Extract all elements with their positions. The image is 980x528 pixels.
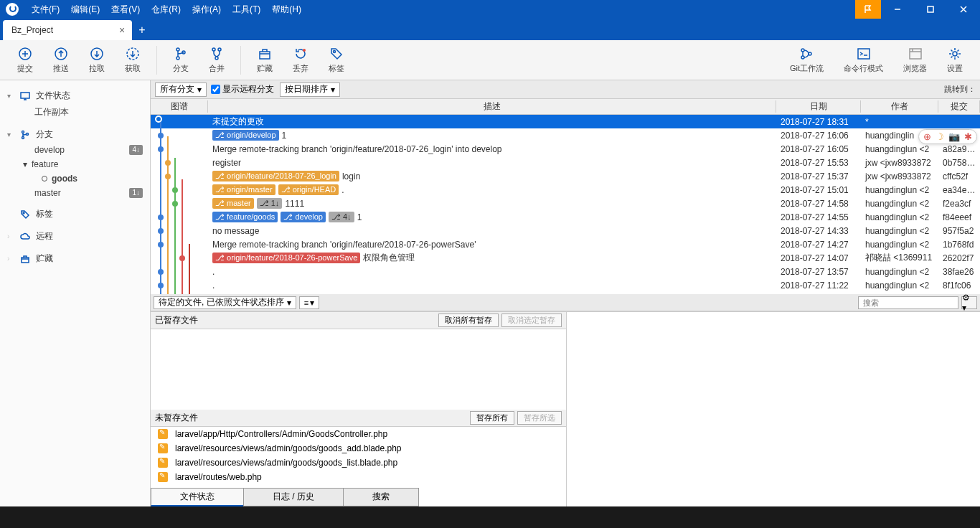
col-date[interactable]: 日期 <box>776 100 861 113</box>
pull-button[interactable]: 拉取 <box>79 43 115 77</box>
file-row[interactable]: laravel/routes/web.php <box>151 470 566 484</box>
staged-file-list[interactable] <box>151 329 566 410</box>
options-gear-button[interactable]: ⚙ ▾ <box>961 296 977 309</box>
branch-filter-dropdown[interactable]: 所有分支 ▾ <box>155 82 207 97</box>
stash-button[interactable]: 贮藏 <box>247 43 283 77</box>
sidebar-branch-feature[interactable]: ▾feature <box>0 157 150 171</box>
col-author[interactable]: 作者 <box>861 100 938 113</box>
commit-row[interactable]: .2018-07-27 13:57huangdinglun <238fae26 <box>151 265 980 278</box>
windows-taskbar[interactable] <box>0 506 980 528</box>
menu-item[interactable]: 查看(V) <box>105 4 146 14</box>
show-remote-checkbox[interactable]: 显示远程分支 <box>211 83 274 95</box>
branch-tag[interactable]: ⎇ origin/develop <box>212 130 279 141</box>
commit-row[interactable]: Merge remote-tracking branch 'origin/fea… <box>151 237 980 251</box>
fetch-button[interactable]: 获取 <box>115 43 151 77</box>
sidebar-stashes-header[interactable]: ›贮藏 <box>0 250 150 267</box>
tag-button[interactable]: 标签 <box>319 43 354 77</box>
search-input[interactable] <box>863 298 962 307</box>
col-commit[interactable]: 提交 <box>938 100 980 113</box>
bottom-tab[interactable]: 文件状态 <box>151 488 244 506</box>
sidebar-remote-header[interactable]: ›远程 <box>0 228 150 245</box>
sidebar-branch-master[interactable]: master1↓ <box>0 186 150 200</box>
moon-icon[interactable]: ☽ <box>936 131 944 142</box>
sort-dropdown[interactable]: 按日期排序 ▾ <box>280 82 340 97</box>
close-tab-icon[interactable]: × <box>116 24 128 36</box>
titlebar: 文件(F)编辑(E)查看(V)仓库(R)操作(A)工具(T)帮助(H) <box>0 0 980 19</box>
branch-tag[interactable]: ⎇ origin/master <box>212 184 275 195</box>
branch-tag[interactable]: ⎇ master <box>212 198 254 209</box>
file-sort-dropdown[interactable]: 待定的文件, 已依照文件状态排序 ▾ <box>154 296 296 309</box>
menu-item[interactable]: 仓库(R) <box>146 4 187 14</box>
sidebar-file-status-header[interactable]: ▾文件状态 <box>0 88 150 104</box>
stage-selected-button[interactable]: 暂存所选 <box>517 411 562 425</box>
branch-tag[interactable]: ⎇ origin/HEAD <box>278 184 339 195</box>
branch-icon <box>19 130 32 140</box>
commit-row[interactable]: no message2018-07-27 14:33huangdinglun <… <box>151 224 980 237</box>
commit-row[interactable]: 未提交的更改2018-07-27 18:31* <box>151 115 980 128</box>
unstage-all-button[interactable]: 取消所有暂存 <box>438 314 499 327</box>
gear-icon[interactable]: ✱ <box>964 131 972 142</box>
menu-item[interactable]: 编辑(E) <box>65 4 105 14</box>
sidebar-branch-goods[interactable]: goods <box>0 171 150 186</box>
repo-tab[interactable]: Bz_Project × <box>3 20 132 40</box>
commit-row[interactable]: ⎇ origin/master⎇ origin/HEAD .2018-07-27… <box>151 183 980 197</box>
menu-item[interactable]: 文件(F) <box>26 4 65 14</box>
add-tab-button[interactable]: + <box>132 20 152 40</box>
branch-tag[interactable]: ⎇ 1↓ <box>257 198 283 209</box>
commit-row[interactable]: ⎇ origin/develop 12018-07-27 16:06huangd… <box>151 128 980 142</box>
commit-row[interactable]: register2018-07-27 15:53jxw <jxw89338720… <box>151 156 980 169</box>
branch-tag[interactable]: ⎇ feature/goods <box>212 212 278 222</box>
sidebar-working-copy[interactable]: 工作副本 <box>0 104 150 121</box>
notification-flag-button[interactable] <box>855 0 881 19</box>
branch-tag[interactable]: ⎇ develop <box>281 212 326 222</box>
camera-icon[interactable]: 📷 <box>948 131 960 142</box>
commit-row[interactable]: ⎇ origin/feature/2018-07-26-powerSave 权限… <box>151 251 980 265</box>
menu-item[interactable]: 操作(A) <box>187 4 227 14</box>
discard-button[interactable]: 丢弃 <box>283 43 319 77</box>
menu-item[interactable]: 工具(T) <box>227 4 266 14</box>
gitflow-button[interactable]: Git工作流 <box>780 43 834 77</box>
branch-tag[interactable]: ⎇ origin/feature/2018-07-26_login <box>212 171 339 182</box>
commit-row[interactable]: ⎇ feature/goods⎇ develop⎇ 4↓ 12018-07-27… <box>151 210 980 224</box>
merge-button[interactable]: 合并 <box>199 43 235 77</box>
menu-item[interactable]: 帮助(H) <box>266 4 307 14</box>
commit-row[interactable]: ⎇ origin/feature/2018-07-26_login login2… <box>151 169 980 183</box>
svg-point-24 <box>23 212 24 214</box>
terminal-button[interactable]: 命令行模式 <box>834 43 893 77</box>
file-row[interactable]: laravel/resources/views/admin/goods/good… <box>151 441 566 456</box>
unstaged-header: 未暂存文件 暂存所有 暂存所选 <box>151 410 566 427</box>
commit-list[interactable]: 未提交的更改2018-07-27 18:31*⎇ origin/develop … <box>151 115 980 294</box>
col-graph[interactable]: 图谱 <box>151 100 208 113</box>
svg-point-21 <box>22 131 24 133</box>
push-button[interactable]: 推送 <box>43 43 79 77</box>
bottom-tab[interactable]: 搜索 <box>343 488 419 506</box>
branch-tag[interactable]: ⎇ origin/feature/2018-07-26-powerSave <box>212 253 360 263</box>
stage-all-button[interactable]: 暂存所有 <box>470 411 514 425</box>
sidebar-branch-develop[interactable]: develop4↓ <box>0 143 150 157</box>
search-box[interactable]: 🔍 <box>858 296 958 309</box>
file-row[interactable]: laravel/app/Http/Controllers/Admin/Goods… <box>151 427 566 441</box>
floating-toolbar[interactable]: ⊕ ☽ 📷 ✱ <box>918 129 977 144</box>
close-window-button[interactable] <box>947 0 980 19</box>
commit-row[interactable]: .2018-07-27 11:22huangdinglun <28f1fc06 <box>151 278 980 292</box>
browser-button[interactable]: 浏览器 <box>893 43 937 77</box>
tab-label: Bz_Project <box>11 25 53 35</box>
col-description[interactable]: 描述 <box>208 100 776 113</box>
sidebar-tags-header[interactable]: ▾标签 <box>0 206 150 222</box>
unstage-selected-button[interactable]: 取消选定暂存 <box>501 314 562 327</box>
badge-icon[interactable]: ⊕ <box>923 131 931 142</box>
commit-button[interactable]: 提交 <box>7 43 43 77</box>
branch-button[interactable]: 分支 <box>163 43 199 77</box>
file-row[interactable]: laravel/resources/views/admin/goods/good… <box>151 456 566 470</box>
maximize-button[interactable] <box>914 0 947 19</box>
commit-row[interactable]: ⎇ master⎇ 1↓ 11112018-07-27 14:58huangdi… <box>151 197 980 210</box>
sidebar-branches-header[interactable]: ▾分支 <box>0 126 150 143</box>
commit-grid-header: 图谱 描述 日期 作者 提交 <box>151 99 980 115</box>
settings-button[interactable]: 设置 <box>937 43 973 77</box>
modified-icon <box>158 429 168 439</box>
commit-row[interactable]: Merge remote-tracking branch 'origin/fea… <box>151 142 980 156</box>
branch-tag[interactable]: ⎇ 4↓ <box>329 212 354 222</box>
minimize-button[interactable] <box>881 0 914 19</box>
view-mode-dropdown[interactable]: ≡ ▾ <box>299 296 319 309</box>
bottom-tab[interactable]: 日志 / 历史 <box>243 488 344 506</box>
